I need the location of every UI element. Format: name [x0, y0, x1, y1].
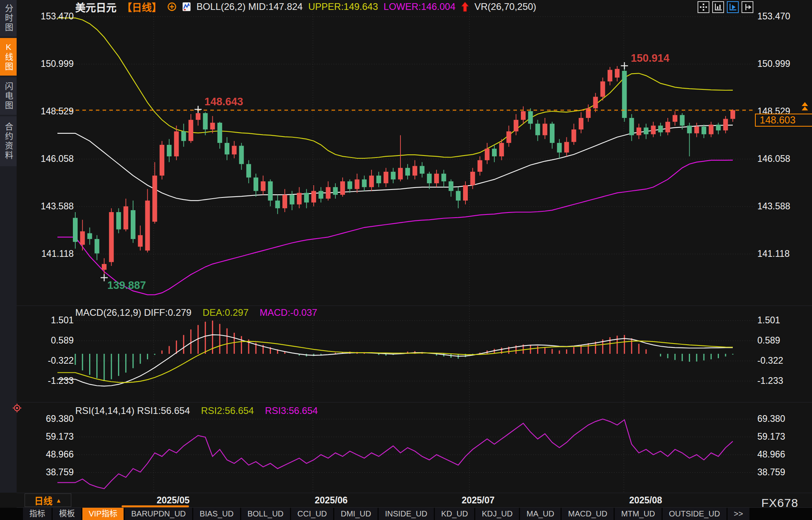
tab-templates[interactable]: 模板: [53, 508, 81, 520]
rsi-axis-label: 59.173: [757, 431, 812, 442]
svg-text:139.887: 139.887: [107, 279, 146, 291]
macd-axis-label: -1.233: [757, 376, 812, 386]
horizontal-scrollbar-thumb[interactable]: [122, 505, 189, 507]
period-selector[interactable]: 日线 ▲: [25, 493, 71, 507]
svg-text:148.643: 148.643: [204, 96, 243, 108]
price-axis-label: 150.999: [18, 59, 74, 69]
rsi-axis-label: 48.966: [18, 449, 74, 460]
macd-diff-value: MACD(26,12,9) DIFF:0.279: [75, 307, 191, 318]
rsi-axis-label: 59.173: [18, 431, 74, 442]
boll-mid-value: BOLL(26,2) MID:147.824: [196, 1, 303, 12]
price-axis-label: 141.118: [757, 249, 812, 259]
tab-kd-ud[interactable]: KD_UD: [435, 508, 475, 520]
macd-axis-label: 1.501: [757, 315, 812, 326]
macd-axis-label: -0.322: [757, 355, 812, 366]
tab-ma-ud[interactable]: MA_UD: [520, 508, 560, 520]
tab-kdj-ud[interactable]: KDJ_UD: [475, 508, 519, 520]
macd-axis-label: -0.322: [18, 355, 74, 366]
macd-axis-label: 0.589: [18, 335, 74, 346]
svg-text:2025/06: 2025/06: [315, 495, 347, 505]
pane-separator: [17, 402, 812, 402]
add-circle-icon[interactable]: [167, 2, 177, 11]
rsi1-value: RSI(14,14,14) RSI1:56.654: [75, 405, 190, 416]
trading-app-window: 148.643150.914139.8872025/052025/062025/…: [0, 0, 812, 520]
tab-mtm-ud[interactable]: MTM_UD: [615, 508, 661, 520]
svg-text:2025/07: 2025/07: [461, 495, 494, 505]
price-axis-label: 143.588: [757, 201, 812, 212]
boll-upper-value: UPPER:149.643: [308, 1, 378, 12]
mini-candle-chart-icon[interactable]: [182, 2, 191, 12]
svg-text:150.914: 150.914: [631, 52, 669, 64]
indicator-tab-bar: 指标 模板 VIP指标 BARUPDN_UD BIAS_UD BOLL_UD C…: [0, 508, 812, 520]
tab-cci-ud[interactable]: CCI_UD: [291, 508, 333, 520]
svg-text:2025/05: 2025/05: [156, 495, 189, 505]
rsi2-value: RSI2:56.654: [201, 405, 254, 416]
tab-vip-indicators[interactable]: VIP指标: [82, 508, 124, 520]
pane-separator: [17, 493, 812, 493]
price-axis-label: 153.470: [757, 11, 812, 22]
period-selector-label: 日线: [34, 493, 53, 507]
price-axis-label: 141.118: [18, 249, 74, 259]
rsi-pane-header: RSI(14,14,14) RSI1:56.654 RSI2:56.654 RS…: [75, 405, 318, 416]
tab-outside-ud[interactable]: OUTSIDE_UD: [663, 508, 726, 520]
current-price-tag: 148.603: [755, 114, 812, 127]
pane-separator: [17, 306, 812, 306]
macd-value: MACD:-0.037: [260, 307, 317, 318]
tab-barupdn-ud[interactable]: BARUPDN_UD: [125, 508, 192, 520]
candlestick-chart-canvas[interactable]: 148.643150.914139.8872025/052025/062025/…: [0, 0, 812, 520]
price-axis-label: 146.058: [757, 154, 812, 164]
red-up-arrow-icon: [461, 2, 469, 12]
macd-pane-header: MACD(26,12,9) DIFF:0.279 DEA:0.297 MACD:…: [75, 307, 317, 318]
axis-scale-icon[interactable]: [712, 1, 724, 13]
rsi-axis-label: 48.966: [757, 449, 812, 460]
move-crosshair-icon[interactable]: [698, 1, 709, 13]
tab-dmi-ud[interactable]: DMI_UD: [334, 508, 377, 520]
period-tag: 【日线】: [122, 0, 162, 14]
svg-text:2025/08: 2025/08: [629, 495, 662, 505]
tab-more[interactable]: >>: [728, 508, 749, 520]
chart-toolbar: [698, 1, 753, 13]
macd-axis-label: -1.233: [18, 376, 74, 386]
axis-shift-icon[interactable]: [741, 1, 753, 13]
double-up-arrow-icon: [802, 102, 808, 111]
rsi-axis-label: 69.380: [757, 414, 812, 424]
macd-dea-value: DEA:0.297: [202, 307, 248, 318]
tab-indicators[interactable]: 指标: [23, 508, 51, 520]
price-axis-label: 153.470: [18, 11, 74, 22]
rsi-axis-label: 38.759: [18, 467, 74, 478]
price-axis-label: 150.999: [757, 59, 812, 69]
price-axis-label: 146.058: [18, 154, 74, 164]
tab-bias-ud[interactable]: BIAS_UD: [193, 508, 240, 520]
chart-header: 美元日元 【日线】 BOLL(26,2) MID:147.824 UPPER:1…: [75, 1, 536, 13]
rsi-axis-label: 69.380: [18, 414, 74, 424]
axis-play-icon[interactable]: [727, 1, 739, 13]
macd-axis-label: 0.589: [757, 335, 812, 346]
fx678-watermark: FX678: [761, 496, 798, 510]
macd-axis-label: 1.501: [18, 315, 74, 326]
tab-inside-ud[interactable]: INSIDE_UD: [379, 508, 434, 520]
rsi-axis-label: 38.759: [757, 467, 812, 478]
rsi3-value: RSI3:56.654: [265, 405, 318, 416]
price-axis-label: 143.588: [18, 201, 74, 212]
chevron-up-icon: ▲: [56, 497, 62, 504]
tab-macd-ud[interactable]: MACD_UD: [562, 508, 614, 520]
vr-indicator-label: VR(26,70,250): [475, 1, 536, 12]
symbol-title: 美元日元: [75, 0, 116, 14]
tab-boll-ud[interactable]: BOLL_UD: [241, 508, 290, 520]
price-axis-label: 148.529: [18, 106, 74, 117]
boll-lower-value: LOWER:146.004: [383, 1, 455, 12]
